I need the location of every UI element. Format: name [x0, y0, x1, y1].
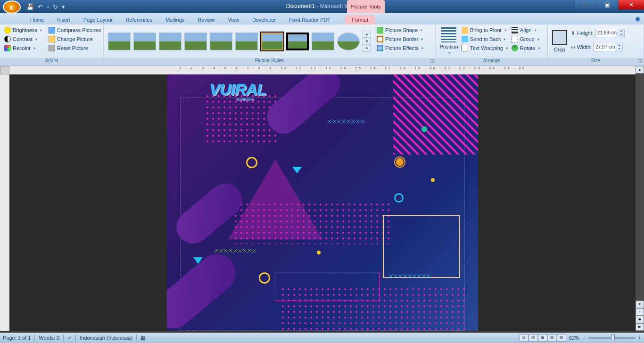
qat-save-icon[interactable]: 💾: [26, 3, 34, 10]
inserted-picture[interactable]: VUIRALvuiral.com: [167, 74, 478, 331]
style-thumb[interactable]: [286, 33, 309, 50]
view-buttons: ▤ ▥ ▦ ▧ ▨: [519, 334, 566, 342]
tab-developer[interactable]: Developer: [246, 15, 282, 24]
qat-dropdown-icon[interactable]: ▾: [62, 3, 65, 10]
document-area: 1 · 2 · 3 · 4 · 5 · 6 · 7 · 8 · 9 · 10 ·…: [0, 66, 644, 331]
tab-insert[interactable]: Insert: [50, 15, 77, 24]
tab-format[interactable]: Format: [345, 15, 375, 24]
zoom-out-icon[interactable]: −: [582, 335, 585, 341]
width-input[interactable]: 27,97 cm▴▾: [594, 43, 623, 51]
picture-style-gallery[interactable]: ▴▾≡: [106, 26, 373, 57]
style-thumb[interactable]: [312, 33, 334, 50]
tab-view[interactable]: View: [221, 15, 246, 24]
width-icon: ⇔: [571, 44, 575, 50]
gallery-scroll[interactable]: ▴▾≡: [363, 31, 371, 52]
height-field: ⇕ Height: 21,63 cm▴▾: [569, 28, 627, 38]
align-button[interactable]: Align▾: [510, 26, 542, 34]
spellcheck-icon[interactable]: ✓: [67, 335, 72, 341]
style-thumb[interactable]: [108, 33, 131, 50]
style-thumb[interactable]: [210, 33, 232, 50]
view-draft-icon[interactable]: ▨: [557, 334, 566, 342]
send-to-back-button[interactable]: Send to Back▾: [460, 35, 510, 43]
qat-undo-icon[interactable]: ↶: [38, 3, 43, 10]
style-thumb[interactable]: [184, 33, 207, 50]
prev-page-icon[interactable]: ⏮: [636, 316, 644, 323]
scroll-up-icon[interactable]: ▴: [636, 66, 644, 74]
macro-icon[interactable]: ▦: [140, 335, 145, 341]
ribbon: Brightness▾ Contrast▾ Recolor▾ Compress …: [0, 24, 644, 66]
zoom-slider[interactable]: [588, 337, 636, 339]
change-picture-button[interactable]: Change Picture: [47, 35, 103, 43]
zoom-in-icon[interactable]: +: [638, 335, 641, 341]
group-caption-adjust: Adjust: [0, 58, 103, 65]
maximize-button[interactable]: ▣: [596, 0, 618, 9]
browse-object-icon[interactable]: ◦: [636, 308, 644, 316]
rotate-button[interactable]: Rotate▾: [510, 44, 542, 52]
picture-shape-button[interactable]: Picture Shape▾: [375, 26, 425, 34]
recolor-button[interactable]: Recolor▾: [2, 44, 44, 52]
tab-references[interactable]: References: [119, 15, 159, 24]
size-launcher-icon[interactable]: ◲: [638, 58, 643, 63]
style-thumb[interactable]: [235, 33, 258, 50]
status-page[interactable]: Page: 1 of 1: [3, 335, 31, 341]
reset-picture-button[interactable]: Reset Picture: [47, 44, 103, 52]
horizontal-ruler[interactable]: 1 · 2 · 3 · 4 · 5 · 6 · 7 · 8 · 9 · 10 ·…: [9, 66, 636, 74]
vertical-ruler[interactable]: [0, 74, 9, 331]
status-language[interactable]: Indonesian (Indonesia): [80, 335, 132, 341]
height-input[interactable]: 21,63 cm▴▾: [595, 29, 625, 37]
position-button[interactable]: Position▾: [438, 26, 460, 57]
view-outline-icon[interactable]: ▧: [547, 334, 557, 342]
ruler-corner[interactable]: [0, 66, 9, 74]
brightness-button[interactable]: Brightness▾: [2, 26, 44, 34]
tab-foxit[interactable]: Foxit Reader PDF: [282, 15, 337, 24]
view-web-icon[interactable]: ▦: [538, 334, 547, 342]
picture-border-button[interactable]: Picture Border▾: [375, 35, 425, 43]
compress-pictures-button[interactable]: Compress Pictures: [47, 26, 103, 34]
tab-mailings[interactable]: Mailings: [159, 15, 191, 24]
group-adjust: Brightness▾ Contrast▾ Recolor▾ Compress …: [0, 24, 104, 65]
status-words[interactable]: Words: 0: [39, 335, 59, 341]
scroll-down-icon[interactable]: ▾: [636, 301, 644, 308]
next-page-icon[interactable]: ⏭: [636, 323, 644, 331]
help-icon[interactable]: ◉: [635, 15, 640, 22]
picture-effects-button[interactable]: Picture Effects▾: [375, 44, 425, 52]
vertical-scrollbar[interactable]: ▴ ▾ ◦ ⏮ ⏭: [636, 66, 644, 331]
width-field: ⇔ Width: 27,97 cm▴▾: [569, 42, 627, 52]
statusbar: Page: 1 of 1 Words: 0 ✓ Indonesian (Indo…: [0, 333, 644, 343]
bring-to-front-button[interactable]: Bring to Front▾: [460, 26, 510, 34]
group-caption-size: Size◲: [548, 58, 644, 65]
style-thumb-selected[interactable]: [261, 33, 283, 50]
crop-button[interactable]: Crop: [550, 26, 569, 57]
tab-home[interactable]: Home: [24, 15, 50, 24]
view-fullscreen-icon[interactable]: ▥: [528, 334, 538, 342]
group-arrange: Position▾ Bring to Front▾ Send to Back▾ …: [436, 24, 548, 65]
close-button[interactable]: ✕: [618, 0, 644, 9]
contrast-button[interactable]: Contrast▾: [2, 35, 44, 43]
window-controls: — ▣ ✕: [574, 0, 644, 9]
height-icon: ⇕: [571, 30, 575, 36]
tab-page-layout[interactable]: Page Layout: [77, 15, 119, 24]
minimize-button[interactable]: —: [574, 0, 596, 9]
qat-new-icon[interactable]: ▫: [47, 3, 49, 10]
group-button[interactable]: Group▾: [510, 35, 542, 43]
titlebar: ◧ 💾 ↶ ▫ ↻ ▾ Document1 - Microsoft Word P…: [0, 0, 644, 13]
text-wrapping-button[interactable]: Text Wrapping▾: [460, 44, 510, 52]
contextual-tab-label: Picture Tools: [347, 0, 385, 13]
styles-launcher-icon[interactable]: ◲: [430, 58, 434, 63]
tab-review[interactable]: Review: [191, 15, 221, 24]
office-button[interactable]: ◧: [3, 0, 21, 14]
group-caption-styles: Picture Styles◲: [104, 58, 435, 65]
quick-access-toolbar: 💾 ↶ ▫ ↻ ▾: [26, 3, 65, 10]
style-thumb[interactable]: [337, 33, 360, 50]
group-picture-styles: ▴▾≡ Picture Shape▾ Picture Border▾ Pictu…: [104, 24, 436, 65]
style-thumb[interactable]: [133, 33, 156, 50]
style-thumb[interactable]: [159, 33, 182, 50]
group-size: Crop ⇕ Height: 21,63 cm▴▾ ⇔ Width: 27,97…: [548, 24, 644, 65]
group-caption-arrange: Arrange: [436, 58, 547, 65]
document-canvas[interactable]: VUIRALvuiral.com: [9, 74, 636, 331]
zoom-level[interactable]: 62%: [569, 335, 579, 341]
qat-redo-icon[interactable]: ↻: [53, 3, 58, 10]
ribbon-tabstrip: Home Insert Page Layout References Maili…: [0, 13, 644, 24]
view-print-layout-icon[interactable]: ▤: [519, 334, 528, 342]
